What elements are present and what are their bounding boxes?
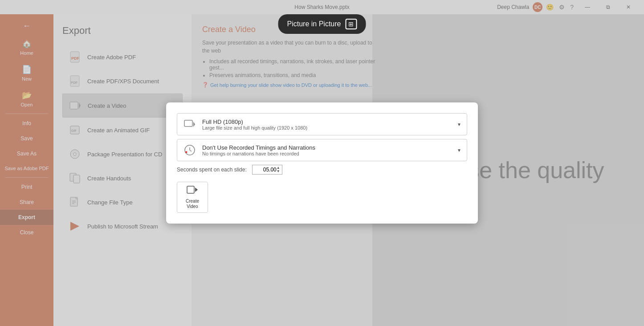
svg-rect-17 [184,120,192,126]
seconds-spinner: ▲ ▼ [277,166,280,173]
svg-marker-18 [193,122,195,127]
svg-rect-24 [187,186,194,193]
timings-dropdown-sub: No timings or narrations have been recor… [202,151,457,156]
quality-dropdown-main: Full HD (1080p) [202,118,457,125]
pip-label: Picture in Picture [287,20,341,28]
timings-dropdown-arrow: ▼ [457,148,461,153]
seconds-input-wrapper: ▲ ▼ [252,165,282,175]
seconds-row: Seconds spent on each slide: ▲ ▼ [177,165,467,175]
svg-line-21 [190,150,192,151]
pip-tooltip[interactable]: Picture in Picture ⊞ [278,14,366,34]
quality-dropdown-icon [183,117,197,131]
quality-dropdown-arrow: ▼ [457,122,461,127]
quality-dropdown[interactable]: Full HD (1080p) Large file size and full… [177,113,467,135]
modal-overlay: Full HD (1080p) Large file size and full… [0,0,644,326]
timings-dropdown-main: Don't Use Recorded Timings and Narration… [202,144,457,151]
create-video-button-label: CreateVideo [186,199,199,209]
pip-icon: ⊞ [345,19,357,29]
quality-dropdown-text: Full HD (1080p) Large file size and full… [202,118,457,130]
svg-marker-25 [195,187,198,192]
video-options-card: Full HD (1080p) Large file size and full… [166,102,478,224]
seconds-input[interactable] [254,167,277,173]
timings-dropdown[interactable]: Don't Use Recorded Timings and Narration… [177,139,467,161]
create-video-button[interactable]: CreateVideo [177,182,208,213]
spin-down-button[interactable]: ▼ [277,170,280,173]
timings-dropdown-icon [183,143,197,157]
quality-dropdown-sub: Large file size and full high quality (1… [202,125,457,130]
seconds-label: Seconds spent on each slide: [177,167,247,173]
timings-dropdown-text: Don't Use Recorded Timings and Narration… [202,144,457,156]
create-video-button-icon [187,185,198,197]
